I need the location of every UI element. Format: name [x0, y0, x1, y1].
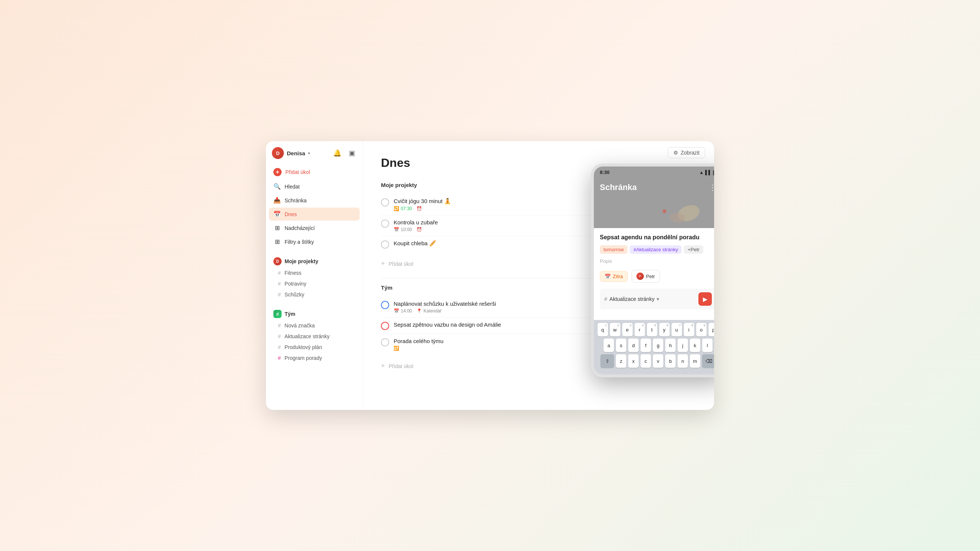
task-checkbox[interactable] — [381, 198, 389, 206]
alarm-icon: ⏰ — [417, 227, 422, 232]
task-time: 📅 10:00 — [394, 227, 412, 232]
keyboard-row-2: a s d f g h j k l — [595, 338, 714, 352]
hash-icon: # — [278, 292, 281, 297]
key-r[interactable]: r4 — [635, 323, 645, 337]
key-z[interactable]: z — [616, 354, 626, 368]
mobile-content: Sepsat agendu na pondělní poradu tomorro… — [594, 228, 714, 320]
notifications-icon[interactable]: 🔔 — [332, 148, 343, 159]
key-v[interactable]: v — [653, 354, 663, 368]
key-k[interactable]: k — [690, 338, 700, 352]
mobile-time: 8:30 — [600, 170, 609, 175]
chip-hash[interactable]: #Aktualizace stránky — [630, 245, 682, 254]
sidebar-item-program-porady[interactable]: # Program porady — [269, 353, 360, 363]
key-backspace[interactable]: ⌫ — [702, 354, 714, 368]
sidebar-item-label: Schránka — [285, 197, 307, 203]
key-i[interactable]: i8 — [684, 323, 694, 337]
hash-icon: # — [604, 296, 607, 302]
sidebar-item-today[interactable]: 📅 Dnes — [269, 208, 360, 221]
sidebar-item-produktovy-plan[interactable]: # Produktový plán — [269, 342, 360, 353]
key-s[interactable]: s — [616, 338, 626, 352]
key-h[interactable]: h — [665, 338, 676, 352]
key-u[interactable]: u7 — [671, 323, 682, 337]
task-time: 🔁 07:30 — [394, 206, 412, 211]
hash-icon: # — [278, 333, 281, 339]
person-avatar: P — [636, 273, 644, 280]
task-checkbox[interactable] — [381, 338, 389, 346]
sidebar-item-fitness[interactable]: # Fitness — [269, 268, 360, 278]
recur-icon: 🔁 — [394, 346, 399, 351]
key-e[interactable]: e3 — [622, 323, 633, 337]
mobile-overlay: 8:30 ▲ ▌▌ ▓ Schránka ⋮ Sepsat agendu na … — [591, 164, 714, 378]
key-q[interactable]: q1 — [598, 323, 608, 337]
key-f[interactable]: f — [641, 338, 651, 352]
key-p[interactable]: p0 — [708, 323, 714, 337]
task-checkbox[interactable] — [381, 322, 389, 330]
sidebar-item-label: Produktový plán — [285, 344, 322, 350]
key-a[interactable]: a — [603, 338, 614, 352]
key-t[interactable]: t5 — [647, 323, 657, 337]
sidebar-item-label: Nadcházející — [285, 225, 315, 231]
mobile-meta-row: 📅 Zítra P Petr — [600, 270, 714, 283]
key-l[interactable]: l — [702, 338, 713, 352]
mobile-project-name[interactable]: # Aktualizace stránky ▾ — [604, 296, 659, 302]
my-projects-header[interactable]: D Moje projekty — [269, 255, 360, 268]
view-button[interactable]: ⚙ Zobrazit — [668, 147, 705, 158]
key-j[interactable]: j — [678, 338, 688, 352]
key-d[interactable]: d — [628, 338, 639, 352]
mobile-menu-icon[interactable]: ⋮ — [709, 183, 714, 192]
key-g[interactable]: g — [653, 338, 663, 352]
project-label: Aktualizace stránky — [609, 296, 655, 302]
app-window: D Denisa ▾ 🔔 ▣ + Přidat úkol 🔍 Hledat 📥 … — [266, 141, 714, 410]
mobile-chips: tomorrow #Aktualizace stránky +Petr — [600, 245, 714, 254]
sidebar-item-label: Nová značka — [285, 322, 315, 329]
key-x[interactable]: x — [628, 354, 639, 368]
key-shift[interactable]: ⇧ — [601, 354, 614, 368]
task-checkbox[interactable] — [381, 240, 389, 249]
mobile-date-chip[interactable]: 📅 Zítra — [600, 271, 628, 282]
key-n[interactable]: n — [678, 354, 688, 368]
team-header[interactable]: d Tým — [269, 308, 360, 320]
calendar-icon: 📅 — [394, 227, 399, 232]
calendar-icon: 📅 — [394, 308, 399, 314]
key-y[interactable]: y6 — [659, 323, 670, 337]
header-icons: 🔔 ▣ — [332, 148, 357, 159]
hash-icon: # — [278, 355, 281, 361]
mobile-project-row: # Aktualizace stránky ▾ ▶ — [600, 289, 714, 310]
sidebar-item-schuzky[interactable]: # Schůzky — [269, 289, 360, 300]
sidebar-item-label: Hledat — [285, 184, 299, 190]
key-b[interactable]: b — [665, 354, 676, 368]
sidebar-item-inbox[interactable]: 📥 Schránka — [269, 194, 360, 207]
chip-tomorrow[interactable]: tomorrow — [600, 245, 627, 254]
avatar: D — [272, 147, 284, 159]
mobile-description[interactable]: Popis — [600, 258, 714, 264]
key-m[interactable]: m — [690, 354, 700, 368]
task-checkbox[interactable] — [381, 301, 389, 309]
key-c[interactable]: c — [641, 354, 651, 368]
alarm-icon: ⏰ — [417, 206, 422, 211]
sidebar-item-aktualizace[interactable]: # Aktualizace stránky — [269, 331, 360, 341]
user-profile[interactable]: D Denisa ▾ — [272, 147, 310, 159]
key-w[interactable]: w2 — [610, 323, 620, 337]
person-label: Petr — [646, 274, 655, 279]
send-button[interactable]: ▶ — [698, 292, 712, 306]
sidebar-toggle-icon[interactable]: ▣ — [347, 148, 357, 159]
wifi-icon: ▲ — [699, 170, 704, 175]
recur-icon: 🔁 — [394, 206, 399, 211]
chip-person[interactable]: +Petr — [684, 245, 703, 254]
chevron-down-icon: ▾ — [657, 296, 659, 302]
sidebar-item-search[interactable]: 🔍 Hledat — [269, 180, 360, 193]
calendar-icon: 📅 — [605, 274, 611, 279]
task-time: 📅 14:00 — [394, 308, 412, 314]
top-bar: ⚙ Zobrazit — [668, 147, 705, 158]
chevron-down-icon: ▾ — [308, 151, 310, 155]
mobile-header-title: Schránka — [600, 183, 637, 192]
mobile-person-chip[interactable]: P Petr — [632, 270, 660, 283]
sidebar-item-nova-znacka[interactable]: # Nová značka — [269, 320, 360, 331]
mobile-keyboard: q1 w2 e3 r4 t5 y6 u7 i8 o9 p0 a s d f g … — [594, 320, 714, 375]
sidebar-item-add-task[interactable]: + Přidat úkol — [269, 165, 360, 179]
task-checkbox[interactable] — [381, 219, 389, 228]
key-o[interactable]: o9 — [696, 323, 706, 337]
sidebar-item-potraviny[interactable]: # Potraviny — [269, 278, 360, 289]
sidebar-item-upcoming[interactable]: ⊞ Nadcházející — [269, 221, 360, 235]
sidebar-item-filters[interactable]: ⊞ Filtry a štítky — [269, 235, 360, 248]
